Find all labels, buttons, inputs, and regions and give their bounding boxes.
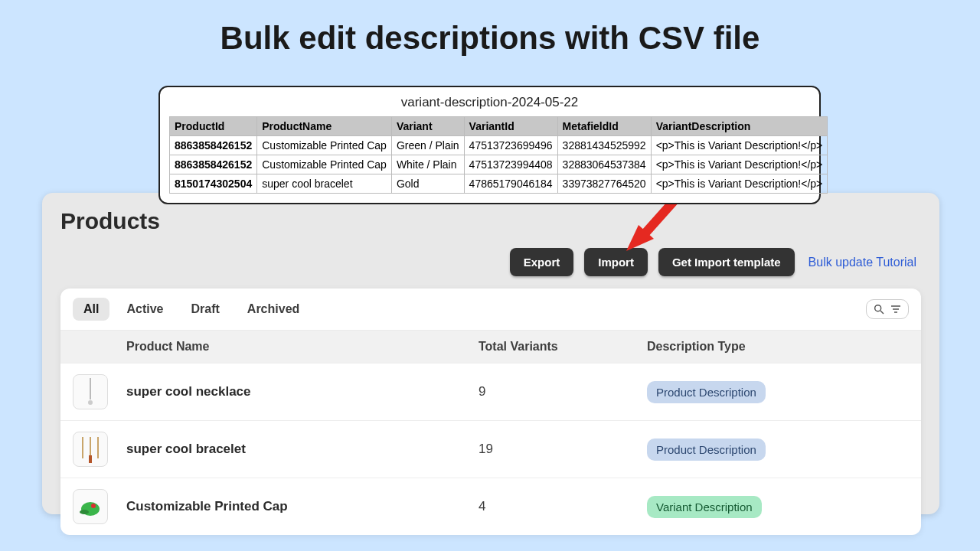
description-type-badge: Variant Description xyxy=(647,496,762,518)
svg-point-15 xyxy=(91,504,96,508)
product-name: super cool necklace xyxy=(126,384,479,399)
search-filter-button[interactable] xyxy=(866,299,909,319)
svg-line-3 xyxy=(880,311,884,314)
csv-cell: 47513723699496 xyxy=(464,136,557,155)
csv-cell: 32881434525992 xyxy=(557,136,651,155)
csv-header: VariantId xyxy=(464,117,557,136)
csv-cell: 47865179046184 xyxy=(464,174,557,194)
csv-header-row: ProductId ProductName Variant VariantId … xyxy=(170,117,828,136)
csv-row: 8150174302504 super cool bracelet Gold 4… xyxy=(170,174,828,194)
csv-header: MetafieldId xyxy=(557,117,651,136)
csv-cell: <p>This is Variant Description!</p> xyxy=(651,136,828,155)
product-name: Customizable Printed Cap xyxy=(126,499,479,514)
product-thumb-bracelet xyxy=(73,432,108,467)
tab-active[interactable]: Active xyxy=(116,298,174,321)
csv-cell: Gold xyxy=(391,174,464,194)
svg-point-14 xyxy=(80,510,89,514)
svg-point-2 xyxy=(875,305,881,311)
csv-cell: 8150174302504 xyxy=(170,174,257,194)
csv-filename: variant-description-2024-05-22 xyxy=(169,95,810,110)
bulk-update-tutorial-link[interactable]: Bulk update Tutorial xyxy=(808,256,916,269)
csv-row: 8863858426152 Customizable Printed Cap W… xyxy=(170,155,828,174)
col-product-name: Product Name xyxy=(126,340,479,354)
product-thumb-necklace xyxy=(73,374,108,409)
csv-row: 8863858426152 Customizable Printed Cap G… xyxy=(170,136,828,155)
csv-header: VariantDescription xyxy=(651,117,828,136)
table-row[interactable]: Customizable Printed Cap 4 Variant Descr… xyxy=(60,478,921,535)
csv-cell: <p>This is Variant Description!</p> xyxy=(651,174,828,194)
tab-row: All Active Draft Archived xyxy=(60,289,921,331)
description-type-badge: Product Description xyxy=(647,381,766,403)
csv-cell: Customizable Printed Cap xyxy=(257,155,392,174)
page-title: Bulk edit descriptions with CSV file xyxy=(0,0,980,57)
csv-header: ProductId xyxy=(170,117,257,136)
csv-cell: Green / Plain xyxy=(391,136,464,155)
svg-rect-12 xyxy=(89,455,92,463)
products-card: All Active Draft Archived Product Name T… xyxy=(60,289,921,535)
tab-draft[interactable]: Draft xyxy=(180,298,230,321)
variant-count: 4 xyxy=(479,499,647,514)
csv-preview-card: variant-description-2024-05-22 ProductId… xyxy=(158,86,821,204)
csv-cell: 8863858426152 xyxy=(170,136,257,155)
description-type-badge: Product Description xyxy=(647,439,766,461)
csv-cell: 47513723994408 xyxy=(464,155,557,174)
search-icon xyxy=(873,303,885,315)
variant-count: 9 xyxy=(479,384,647,399)
table-row[interactable]: super cool necklace 9 Product Descriptio… xyxy=(60,363,921,420)
csv-header: ProductName xyxy=(257,117,392,136)
csv-header: Variant xyxy=(391,117,464,136)
action-row: Export Import Get Import template Bulk u… xyxy=(42,234,939,289)
csv-cell: Customizable Printed Cap xyxy=(257,136,392,155)
variant-count: 19 xyxy=(479,442,647,457)
svg-point-8 xyxy=(88,400,93,405)
csv-cell: <p>This is Variant Description!</p> xyxy=(651,155,828,174)
col-description-type: Description Type xyxy=(647,340,909,354)
tab-all[interactable]: All xyxy=(73,298,109,321)
products-header-row: Product Name Total Variants Description … xyxy=(60,331,921,363)
csv-cell: White / Plain xyxy=(391,155,464,174)
csv-cell: 8863858426152 xyxy=(170,155,257,174)
filter-icon xyxy=(890,303,902,315)
col-total-variants: Total Variants xyxy=(479,340,647,354)
csv-table: ProductId ProductName Variant VariantId … xyxy=(169,116,828,194)
csv-cell: super cool bracelet xyxy=(257,174,392,194)
csv-cell: 33973827764520 xyxy=(557,174,651,194)
tab-archived[interactable]: Archived xyxy=(237,298,310,321)
products-panel: Products Export Import Get Import templa… xyxy=(42,193,939,514)
csv-cell: 32883064537384 xyxy=(557,155,651,174)
table-row[interactable]: super cool bracelet 19 Product Descripti… xyxy=(60,420,921,478)
export-button[interactable]: Export xyxy=(510,248,574,276)
product-thumb-cap xyxy=(73,489,108,524)
product-name: super cool bracelet xyxy=(126,442,479,457)
